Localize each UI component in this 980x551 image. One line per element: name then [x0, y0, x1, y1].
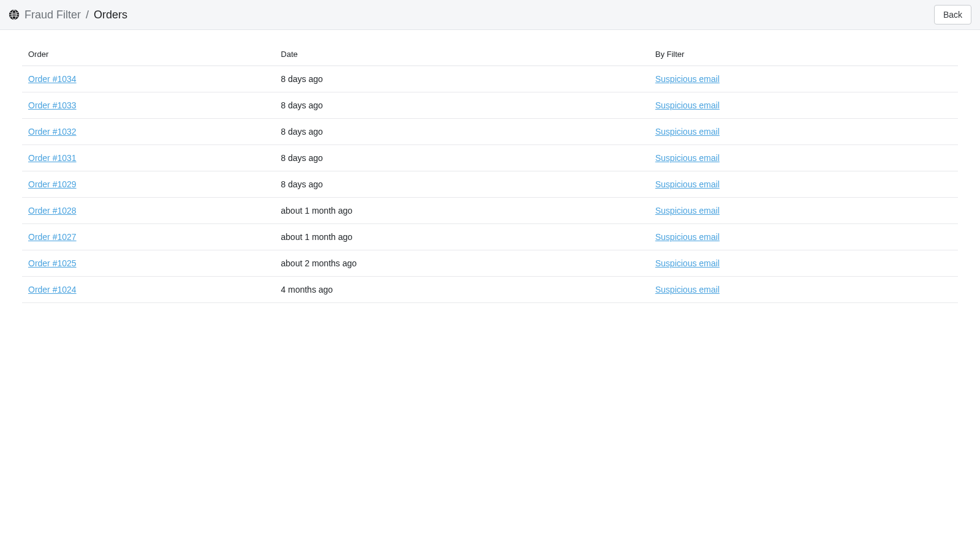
- breadcrumb-separator: /: [86, 9, 89, 21]
- cell-filter: Suspicious email: [649, 145, 958, 171]
- cell-filter: Suspicious email: [649, 277, 958, 303]
- back-button[interactable]: Back: [934, 5, 971, 25]
- cell-date: 8 days ago: [275, 145, 649, 171]
- table-row: Order #10318 days agoSuspicious email: [22, 145, 958, 171]
- orders-card: Order Date By Filter Order #10348 days a…: [22, 42, 958, 303]
- breadcrumb-current: Orders: [94, 9, 127, 21]
- order-link[interactable]: Order #1024: [28, 285, 77, 294]
- filter-link[interactable]: Suspicious email: [655, 153, 720, 163]
- breadcrumb: Fraud Filter / Orders: [9, 9, 127, 21]
- filter-link[interactable]: Suspicious email: [655, 127, 720, 137]
- page-content: Order Date By Filter Order #10348 days a…: [0, 30, 980, 328]
- orders-table-head: Order Date By Filter: [22, 42, 958, 66]
- orders-table-body: Order #10348 days agoSuspicious emailOrd…: [22, 66, 958, 303]
- cell-order: Order #1034: [22, 66, 275, 92]
- cell-order: Order #1029: [22, 171, 275, 198]
- table-row: Order #10328 days agoSuspicious email: [22, 119, 958, 145]
- filter-link[interactable]: Suspicious email: [655, 179, 720, 189]
- globe-icon: [9, 9, 20, 20]
- order-link[interactable]: Order #1034: [28, 74, 77, 84]
- cell-filter: Suspicious email: [649, 198, 958, 224]
- table-row: Order #10338 days agoSuspicious email: [22, 92, 958, 119]
- orders-header-row: Order Date By Filter: [22, 42, 958, 66]
- breadcrumb-root[interactable]: Fraud Filter: [9, 9, 81, 21]
- cell-date: 8 days ago: [275, 119, 649, 145]
- cell-order: Order #1031: [22, 145, 275, 171]
- cell-date: about 2 months ago: [275, 250, 649, 277]
- cell-order: Order #1024: [22, 277, 275, 303]
- cell-order: Order #1033: [22, 92, 275, 119]
- filter-link[interactable]: Suspicious email: [655, 232, 720, 242]
- table-row: Order #1025about 2 months agoSuspicious …: [22, 250, 958, 277]
- filter-link[interactable]: Suspicious email: [655, 258, 720, 268]
- cell-date: 8 days ago: [275, 171, 649, 198]
- cell-order: Order #1025: [22, 250, 275, 277]
- column-header-date: Date: [275, 42, 649, 66]
- filter-link[interactable]: Suspicious email: [655, 206, 720, 216]
- order-link[interactable]: Order #1033: [28, 100, 77, 110]
- filter-link[interactable]: Suspicious email: [655, 285, 720, 294]
- cell-order: Order #1027: [22, 224, 275, 250]
- cell-filter: Suspicious email: [649, 119, 958, 145]
- cell-date: 8 days ago: [275, 66, 649, 92]
- cell-filter: Suspicious email: [649, 66, 958, 92]
- column-header-byfilter: By Filter: [649, 42, 958, 66]
- order-link[interactable]: Order #1027: [28, 232, 77, 242]
- cell-filter: Suspicious email: [649, 92, 958, 119]
- cell-order: Order #1028: [22, 198, 275, 224]
- cell-date: 8 days ago: [275, 92, 649, 119]
- column-header-order: Order: [22, 42, 275, 66]
- breadcrumb-root-label: Fraud Filter: [24, 9, 81, 21]
- order-link[interactable]: Order #1025: [28, 258, 77, 268]
- filter-link[interactable]: Suspicious email: [655, 100, 720, 110]
- cell-date: about 1 month ago: [275, 198, 649, 224]
- cell-filter: Suspicious email: [649, 250, 958, 277]
- table-row: Order #10348 days agoSuspicious email: [22, 66, 958, 92]
- order-link[interactable]: Order #1031: [28, 153, 77, 163]
- table-row: Order #1027about 1 month agoSuspicious e…: [22, 224, 958, 250]
- cell-filter: Suspicious email: [649, 224, 958, 250]
- back-button-label: Back: [943, 10, 962, 20]
- cell-filter: Suspicious email: [649, 171, 958, 198]
- filter-link[interactable]: Suspicious email: [655, 74, 720, 84]
- order-link[interactable]: Order #1032: [28, 127, 77, 137]
- orders-table: Order Date By Filter Order #10348 days a…: [22, 42, 958, 303]
- cell-date: about 1 month ago: [275, 224, 649, 250]
- order-link[interactable]: Order #1028: [28, 206, 77, 216]
- table-row: Order #1028about 1 month agoSuspicious e…: [22, 198, 958, 224]
- cell-order: Order #1032: [22, 119, 275, 145]
- order-link[interactable]: Order #1029: [28, 179, 77, 189]
- topbar: Fraud Filter / Orders Back: [0, 0, 980, 30]
- cell-date: 4 months ago: [275, 277, 649, 303]
- table-row: Order #10244 months agoSuspicious email: [22, 277, 958, 303]
- table-row: Order #10298 days agoSuspicious email: [22, 171, 958, 198]
